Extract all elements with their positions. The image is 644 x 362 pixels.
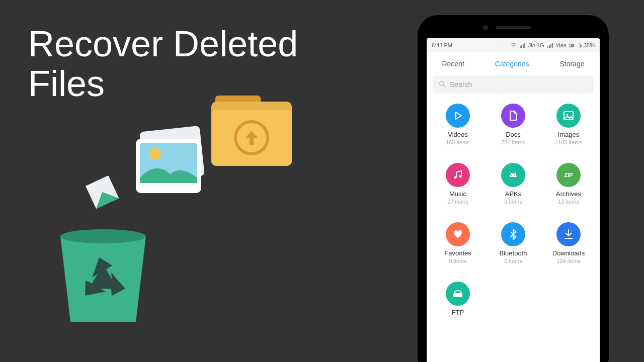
battery-pct: 35% (584, 42, 595, 48)
category-label: Docs (506, 131, 521, 138)
zip-icon: ZIP (556, 163, 581, 187)
signal-2-icon (547, 43, 553, 48)
category-grid: Videos 165 items Docs 781 items Images 2… (427, 99, 600, 362)
category-sub: 13 items (558, 199, 579, 205)
svg-line-12 (443, 85, 445, 87)
phone-frame: 6:43 PM ⋯ Jio 4G !dea 35% Recent Cat (418, 15, 609, 362)
tab-storage[interactable]: Storage (556, 58, 587, 70)
wifi-icon (511, 42, 517, 48)
music-icon (446, 163, 470, 187)
svg-point-17 (459, 175, 462, 178)
top-tabs: Recent Categories Storage (427, 52, 600, 75)
category-favorites[interactable]: Favorites 0 items (432, 222, 484, 279)
svg-point-18 (511, 175, 512, 176)
battery-icon (570, 43, 581, 48)
android-icon (501, 163, 525, 187)
search-field[interactable] (433, 75, 594, 94)
category-sub: 3 items (504, 199, 522, 205)
category-label: FTP (452, 309, 464, 316)
status-time: 6:43 PM (432, 42, 452, 48)
tab-recent[interactable]: Recent (439, 58, 467, 70)
signal-1-icon (520, 43, 525, 48)
status-bar: 6:43 PM ⋯ Jio 4G !dea 35% (427, 38, 600, 52)
category-label: APKs (505, 190, 522, 198)
category-sub: 0 items (504, 258, 522, 264)
category-docs[interactable]: Docs 781 items (487, 104, 539, 160)
category-sub: 0 items (449, 258, 466, 264)
category-ftp[interactable]: FTP (432, 282, 484, 338)
carrier-2: !dea (556, 42, 567, 48)
folder-upload-icon (201, 85, 302, 178)
search-input[interactable] (450, 80, 588, 88)
tab-categories[interactable]: Categories (492, 58, 532, 70)
category-label: Bluetooth (500, 249, 527, 257)
category-label: Favorites (444, 249, 471, 257)
category-sub: 2105 items (555, 139, 582, 145)
carrier-1: Jio 4G (528, 42, 544, 48)
svg-point-19 (514, 175, 515, 176)
recycle-bin-icon (50, 176, 156, 329)
more-icon: ⋯ (502, 42, 508, 49)
category-sub: 165 items (446, 139, 470, 145)
svg-rect-23 (453, 293, 462, 297)
category-sub: 27 items (447, 199, 468, 205)
category-videos[interactable]: Videos 165 items (432, 104, 484, 160)
svg-point-10 (60, 229, 146, 243)
svg-marker-13 (456, 112, 461, 119)
category-label: Archives (556, 190, 581, 198)
category-sub: 781 items (501, 139, 525, 145)
play-icon (446, 104, 470, 128)
heart-icon (446, 222, 470, 246)
document-icon (501, 104, 525, 128)
category-bluetooth[interactable]: Bluetooth 0 items (487, 222, 539, 279)
category-label: Music (449, 190, 466, 198)
svg-point-16 (454, 176, 457, 179)
ftp-icon (446, 282, 470, 306)
phone-screen: 6:43 PM ⋯ Jio 4G !dea 35% Recent Cat (427, 38, 600, 362)
svg-point-15 (566, 114, 568, 115)
hero-line-1: Recover Deleted (28, 24, 298, 64)
svg-point-7 (149, 148, 161, 160)
category-label: Downloads (552, 249, 585, 257)
category-label: Videos (448, 131, 468, 138)
svg-line-21 (515, 172, 516, 174)
category-archives[interactable]: ZIP Archives 13 items (542, 163, 595, 219)
bluetooth-icon (501, 222, 525, 246)
category-music[interactable]: Music 27 items (432, 163, 484, 219)
category-apks[interactable]: APKs 3 items (487, 163, 539, 219)
image-icon (556, 104, 581, 128)
category-sub: 124 items (556, 258, 581, 264)
svg-line-20 (511, 172, 512, 174)
download-icon (556, 222, 581, 246)
category-downloads[interactable]: Downloads 124 items (542, 222, 595, 279)
category-images[interactable]: Images 2105 items (542, 104, 595, 160)
category-label: Images (558, 131, 580, 138)
search-icon (439, 80, 446, 89)
